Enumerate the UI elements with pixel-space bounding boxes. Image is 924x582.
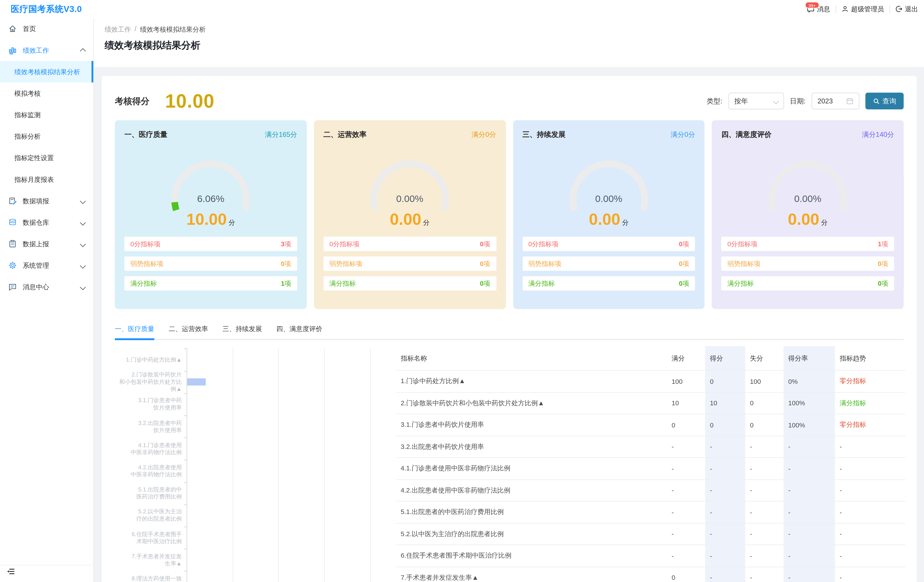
axis-tick [184, 527, 186, 527]
chart-category-label: 5.2.以中医为主治 疗的出院患者比例 [115, 508, 182, 523]
cell-rate: - [784, 523, 835, 545]
stat-label: 弱势指标项 [528, 259, 561, 268]
sidebar-item-performance[interactable]: 绩效工作 [0, 39, 93, 61]
type-select[interactable]: 按年 [728, 92, 784, 109]
stat-value: 0项 [878, 259, 888, 268]
collapse-sidebar-icon[interactable] [7, 569, 15, 575]
table-row: 1.门诊中药处方比例▲10001000%零分指标 [396, 370, 906, 392]
sidebar-item-label: 消息中心 [23, 282, 49, 291]
stat-label: 弱势指标项 [728, 259, 760, 268]
sidebar-subitem-label: 指标监测 [15, 110, 41, 119]
card-operation-efficiency: 二、运营效率满分0分 0.00% 0.00分 0分指标项0项 弱势指标项0项 满… [314, 120, 506, 309]
content-panel: 考核得分 10.00 类型: 按年 日期: [102, 76, 917, 582]
stat-label: 0分指标项 [728, 239, 757, 248]
stat-value: 0项 [679, 259, 689, 268]
sidebar-item-data-fill[interactable]: 数据填报 [0, 190, 93, 212]
card-title: 二、运营效率 [323, 130, 366, 140]
sidebar-item-system-admin[interactable]: 系统管理 [0, 255, 93, 276]
user-icon [842, 5, 849, 12]
logout-button[interactable]: 退出 [895, 5, 918, 13]
card-max-score: 满分0分 [671, 130, 695, 139]
card-stats: 0分指标项0项 弱势指标项0项 满分指标0项 [523, 237, 695, 291]
date-picker[interactable] [812, 92, 860, 109]
sidebar-item-data-report[interactable]: 数据上报 [0, 233, 93, 255]
stat-label: 弱势指标项 [130, 259, 163, 268]
sidebar-item-home[interactable]: 首页 [0, 18, 93, 39]
chart-gridline [324, 349, 325, 582]
chart-category-label: 7.手术患者并发症发 生率▲ [115, 553, 182, 567]
table-row: 5.1.出院患者的中医药治疗费用比例----- [396, 501, 906, 523]
tab-medical-quality[interactable]: 一、医疗质量 [115, 325, 154, 340]
tab-satisfaction[interactable]: 四、满意度评价 [276, 325, 322, 340]
card-max-score: 满分165分 [265, 130, 297, 139]
gauge-percent: 0.00% [561, 194, 657, 204]
cell-name: 1.门诊中药处方比例▲ [396, 370, 667, 392]
type-label: 类型: [707, 97, 723, 105]
card-title: 四、满意度评价 [721, 130, 772, 140]
date-input[interactable] [818, 97, 845, 105]
zero-score-row: 0分指标项3项 [124, 237, 297, 251]
cell-rate: - [784, 436, 835, 458]
cell-lost: - [745, 523, 784, 545]
sidebar-subitem-indicator-monitor[interactable]: 指标监测 [0, 104, 93, 126]
sidebar-subitem-indicator-monthly[interactable]: 指标月度报表 [0, 169, 93, 190]
app-window: 医疗国考系统V3.0 99+ 消息 超级管理员 退 [0, 0, 924, 582]
cell-lost: - [745, 457, 784, 480]
col-lost: 失分 [745, 346, 784, 370]
cell-trend: - [835, 436, 905, 458]
cell-score: - [705, 480, 745, 501]
cell-name: 6.住院手术患者围手术期中医治疗比例 [396, 545, 667, 567]
cell-trend: - [835, 501, 905, 523]
date-label: 日期: [790, 97, 806, 105]
chart-category-label: 3.1.门诊患者中药 饮片使用率 [115, 397, 182, 411]
chevron-down-icon [80, 284, 86, 290]
card-score-unit: 分 [821, 219, 828, 226]
cell-trend: - [835, 523, 905, 545]
cell-lost: - [745, 480, 784, 501]
score-value: 10.00 [165, 90, 214, 112]
user-menu[interactable]: 超级管理员 [842, 5, 884, 13]
indicator-bar-chart: 1.门诊中药处方比例▲ 2.门诊散装中药饮片 和小包装中药饮片处方比例▲ 3.1… [115, 346, 396, 582]
chart-category-label: 6.住院手术患者围手 术期中医治疗比例 [115, 531, 182, 545]
cell-trend: 零分指标 [835, 370, 905, 392]
stat-label: 满分指标 [528, 279, 555, 288]
category-tabs: 一、医疗质量 二、运营效率 三、持续发展 四、满意度评价 [115, 325, 904, 340]
search-icon [873, 98, 879, 104]
cell-trend: - [835, 480, 905, 501]
axis-tick [184, 349, 186, 349]
tab-operation-efficiency[interactable]: 二、运营效率 [168, 325, 208, 340]
sidebar-subitem-indicator-analysis[interactable]: 指标分析 [0, 126, 93, 147]
doc-edit-icon [8, 197, 17, 205]
cell-name: 7.手术患者并发症发生率▲ [396, 567, 667, 582]
sidebar-subitem-indicator-qualitative[interactable]: 指标定性设置 [0, 147, 93, 169]
tab-sustainable-development[interactable]: 三、持续发展 [223, 325, 262, 340]
cell-score: - [705, 457, 745, 480]
header-actions: 99+ 消息 超级管理员 退出 [807, 5, 918, 13]
sidebar-subitem-mock-exam[interactable]: 模拟考核 [0, 82, 93, 104]
sidebar-item-label: 首页 [23, 24, 36, 33]
sidebar-item-label: 数据仓库 [23, 218, 49, 227]
cell-score: 10 [705, 392, 745, 414]
messages-button[interactable]: 99+ 消息 [807, 5, 830, 13]
chart-category-label: 1.门诊中药处方比例▲ [115, 356, 182, 363]
cell-max: 0 [667, 567, 705, 582]
sidebar-item-message-center[interactable]: 消息中心 [0, 276, 93, 298]
sidebar-item-data-warehouse[interactable]: 数据仓库 [0, 212, 93, 233]
stat-label: 0分指标项 [528, 239, 558, 248]
cell-max: 100 [667, 370, 705, 392]
top-header: 医疗国考系统V3.0 99+ 消息 超级管理员 退 [0, 0, 924, 18]
stat-value: 0项 [679, 279, 689, 288]
search-button[interactable]: 查询 [865, 92, 904, 109]
card-score-unit: 分 [622, 219, 629, 226]
main-area: 绩效工作 / 绩效考核模拟结果分析 绩效考核模拟结果分析 考核得分 10.00 … [94, 18, 924, 582]
axis-tick [184, 416, 186, 416]
gauge-percent: 0.00% [760, 194, 856, 204]
chart-gridline [233, 349, 233, 582]
bar-indicator-2 [187, 378, 206, 386]
calendar-icon [846, 97, 853, 105]
cell-rate: 100% [784, 414, 835, 436]
chart-category-label: 4.2.出院患者使用 中医非药物疗法比例 [115, 464, 182, 478]
sidebar-subitem-simulation-result[interactable]: 绩效考核模拟结果分析 [0, 61, 93, 82]
axis-tick [184, 549, 186, 549]
breadcrumb-parent[interactable]: 绩效工作 [105, 25, 131, 34]
